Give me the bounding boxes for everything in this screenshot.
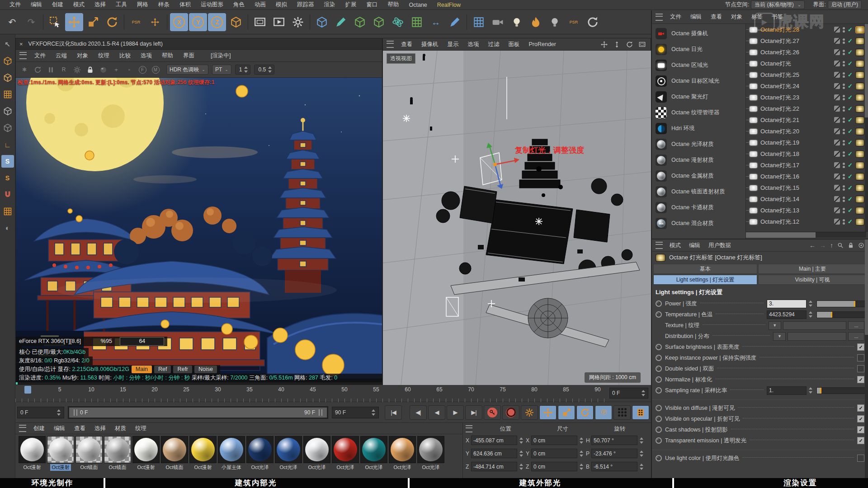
record-position-button[interactable] xyxy=(539,405,557,420)
render-active-view-icon[interactable] xyxy=(270,13,288,31)
am-menu-模式[interactable]: 模式 xyxy=(665,242,685,249)
light-tag-thumbnail[interactable] xyxy=(855,94,864,101)
enabled-check-icon[interactable]: ✓ xyxy=(848,150,853,157)
om-menu-标签[interactable]: 标签 xyxy=(747,13,767,21)
animation-dot-icon[interactable] xyxy=(656,300,662,307)
editor-toggle-icon[interactable] xyxy=(834,72,840,78)
hamburger-icon[interactable] xyxy=(387,41,394,48)
material-item[interactable]: Oct镜面 xyxy=(104,436,132,471)
object-list-vscrollbar[interactable] xyxy=(865,24,868,232)
lv-menu-云端[interactable]: 云端 xyxy=(51,52,72,60)
enabled-check-icon[interactable]: ✓ xyxy=(848,71,853,78)
material-thumbnail[interactable] xyxy=(161,436,188,463)
timeline-ruler[interactable]: 051015202530354045505560657075808590 0 F xyxy=(15,385,651,402)
enabled-check-icon[interactable]: ✓ xyxy=(848,94,853,101)
parameter-checkbox[interactable] xyxy=(857,455,864,462)
editor-toggle-icon[interactable] xyxy=(834,196,840,202)
editor-toggle-icon[interactable] xyxy=(834,207,840,213)
lv-menu-比较[interactable]: 比较 xyxy=(114,52,136,60)
enabled-check-icon[interactable]: ✓ xyxy=(848,38,853,44)
pause-icon[interactable] xyxy=(45,64,57,75)
menu-item-运动图形[interactable]: 运动图形 xyxy=(196,1,228,9)
search-icon[interactable] xyxy=(837,242,844,249)
coordinate-field[interactable]: -23.476 ° xyxy=(591,449,637,458)
buffer-button-Ref[interactable]: Ref xyxy=(154,366,171,373)
close-icon[interactable]: × xyxy=(19,41,23,47)
coordinate-field[interactable]: 0 cm xyxy=(531,449,577,458)
am-menu-用户数据[interactable]: 用户数据 xyxy=(704,242,735,249)
buffer-button-Main[interactable]: Main xyxy=(132,366,152,373)
visibility-dots-icon[interactable] xyxy=(843,61,845,67)
vp-menu-查看[interactable]: 查看 xyxy=(396,41,417,48)
object-row[interactable]: Octane灯光.14✓ xyxy=(746,193,866,205)
editor-toggle-icon[interactable] xyxy=(834,94,840,100)
goto-start-button[interactable]: |◀ xyxy=(385,405,402,420)
parameter-value-field[interactable]: 3. xyxy=(767,300,807,308)
om-menu-查看[interactable]: 查看 xyxy=(706,13,726,21)
light-tag-thumbnail[interactable] xyxy=(855,83,864,90)
object-row[interactable]: Octane灯光.22✓ xyxy=(746,103,866,114)
buffer-button-Refr[interactable]: Refr xyxy=(173,366,192,373)
material-item[interactable]: Oct漫射 xyxy=(47,436,75,471)
playhead[interactable] xyxy=(24,386,31,394)
parameter-slider[interactable] xyxy=(816,311,865,318)
enabled-check-icon[interactable]: ✓ xyxy=(848,26,853,33)
range-start-field[interactable]: 0 F xyxy=(17,407,64,418)
zoom-view-icon[interactable] xyxy=(612,40,622,48)
object-row[interactable]: Octane灯光.20✓ xyxy=(746,126,866,137)
menu-item-创建[interactable]: 创建 xyxy=(47,1,68,9)
material-item[interactable]: Oct光泽 xyxy=(274,436,302,471)
menu-item-网格[interactable]: 网格 xyxy=(132,1,153,9)
object-row[interactable]: Octane灯光.17✓ xyxy=(746,160,866,171)
rotate-view-icon[interactable] xyxy=(624,40,634,48)
material-item[interactable]: Oct镜面 xyxy=(75,436,103,471)
hamburger-icon[interactable] xyxy=(656,242,663,249)
lv-menu-选项[interactable]: 选项 xyxy=(136,52,157,60)
material-thumbnail[interactable] xyxy=(246,436,274,463)
om-menu-书签[interactable]: 书签 xyxy=(767,13,788,21)
material-m-icon[interactable]: M xyxy=(150,64,161,75)
vp-menu-ProRender[interactable]: ProRender xyxy=(524,41,561,47)
view-filter-icon[interactable]: ◐ xyxy=(1,222,14,235)
animation-dot-icon[interactable] xyxy=(656,355,662,361)
menu-item-文件[interactable]: 文件 xyxy=(5,1,26,9)
object-row[interactable]: Octane灯光.23✓ xyxy=(746,92,866,103)
palette-item-octane-camera[interactable]: Octane 摄像机 xyxy=(652,26,745,42)
coordinate-field[interactable]: 50.707 ° xyxy=(591,436,637,445)
om-menu-编辑[interactable]: 编辑 xyxy=(686,13,706,21)
vp-menu-选项[interactable]: 选项 xyxy=(463,41,484,48)
prev-frame-button[interactable]: ◀ xyxy=(428,405,445,420)
vp-menu-面板[interactable]: 面板 xyxy=(504,41,524,48)
editor-toggle-icon[interactable] xyxy=(834,83,840,89)
hamburger-icon[interactable] xyxy=(656,14,663,21)
enabled-check-icon[interactable]: ✓ xyxy=(848,173,853,180)
camera-icon[interactable] xyxy=(489,13,507,31)
add-cube-icon[interactable] xyxy=(313,13,331,31)
texture-mode-icon[interactable] xyxy=(1,71,14,84)
mm-menu-纹理[interactable]: 纹理 xyxy=(131,425,151,432)
visibility-dots-icon[interactable] xyxy=(843,128,845,135)
spline-icon[interactable] xyxy=(446,13,464,31)
material-thumbnail[interactable] xyxy=(75,436,103,463)
record-parameter-button[interactable]: Ⓟ xyxy=(595,405,612,420)
material-item[interactable]: Oct镜面 xyxy=(160,436,189,471)
palette-item-diffuse-material[interactable]: Octane 漫射材质 xyxy=(652,152,745,168)
parameter-checkbox[interactable]: ✓ xyxy=(857,426,864,433)
light-tag-thumbnail[interactable] xyxy=(855,207,864,214)
sphere-icon[interactable] xyxy=(97,64,109,75)
animation-dot-icon[interactable] xyxy=(656,344,662,350)
material-thumbnail[interactable] xyxy=(189,436,217,463)
material-item[interactable]: Oct光泽 xyxy=(246,436,274,471)
x-axis-lock-icon[interactable]: X xyxy=(170,13,188,31)
cloner-icon[interactable] xyxy=(408,13,426,31)
lv-menu-帮助[interactable]: 帮助 xyxy=(157,52,178,60)
palette-item-octane-arealight[interactable]: Octane 区域光 xyxy=(652,57,745,73)
light-tag-thumbnail[interactable] xyxy=(855,71,864,79)
palette-item-octane-target-arealight[interactable]: Octane 目标区域光 xyxy=(652,73,745,89)
palette-item-octane-daylight[interactable]: Octane 日光 xyxy=(652,42,745,57)
scale-tool-icon[interactable] xyxy=(84,13,102,31)
light-tag-thumbnail[interactable] xyxy=(855,49,864,56)
visibility-dots-icon[interactable] xyxy=(843,207,845,214)
psr-tag-icon[interactable]: PSR xyxy=(565,13,583,31)
material-thumbnail[interactable] xyxy=(218,436,245,463)
